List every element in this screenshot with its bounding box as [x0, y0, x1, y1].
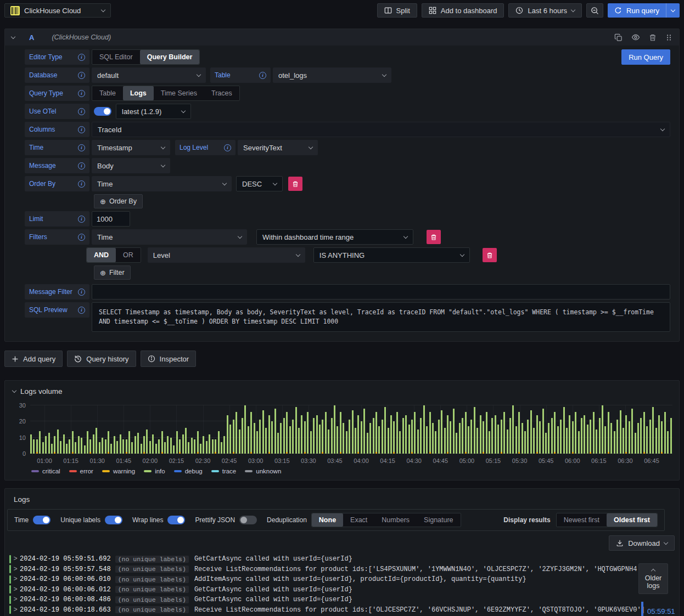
seg-option-numbers[interactable]: Numbers: [374, 513, 417, 527]
add-filter-button[interactable]: ⊕ Filter: [94, 265, 131, 280]
trash-icon[interactable]: [649, 33, 657, 42]
seg-option-exact[interactable]: Exact: [343, 513, 374, 527]
inspector-button[interactable]: Inspector: [141, 351, 196, 367]
run-query-button[interactable]: Run Query: [621, 49, 670, 65]
add-to-dashboard-button[interactable]: Add to dashboard: [422, 3, 504, 18]
expand-row-icon[interactable]: >: [11, 555, 20, 563]
info-icon[interactable]: i: [78, 90, 85, 97]
legend-item-trace[interactable]: trace: [211, 468, 237, 474]
time-toggle[interactable]: [33, 516, 51, 524]
filter-operator-select[interactable]: Within dashboard time range: [256, 229, 413, 245]
download-button[interactable]: Download: [609, 535, 675, 551]
volume-bar: [158, 439, 160, 454]
prettify-json-toggle[interactable]: [239, 516, 257, 524]
datasource-picker[interactable]: ClickHouse Cloud: [4, 3, 111, 18]
expand-row-icon[interactable]: >: [11, 586, 20, 594]
volume-bar: [84, 445, 86, 454]
otel-version-select[interactable]: latest (1.2.9): [116, 104, 191, 119]
log-row[interactable]: >2024-02-19 06:00:18.663(no unique label…: [9, 605, 675, 615]
seg-option-and[interactable]: AND: [87, 248, 116, 262]
info-icon[interactable]: i: [78, 54, 85, 61]
filter-field-select[interactable]: Time: [92, 229, 247, 245]
info-icon[interactable]: i: [78, 216, 85, 223]
info-icon[interactable]: i: [78, 108, 85, 115]
time-range-picker[interactable]: Last 6 hours: [508, 3, 582, 18]
remove-order-by-button[interactable]: [288, 177, 302, 191]
log-row[interactable]: >2024-02-19 05:59:57.548(no unique label…: [9, 564, 675, 575]
seg-option-or[interactable]: OR: [116, 248, 141, 262]
log-row[interactable]: >2024-02-19 06:00:06.012(no unique label…: [9, 585, 675, 595]
expand-row-icon[interactable]: >: [11, 606, 20, 614]
log-level-select[interactable]: SeverityText: [238, 140, 318, 155]
query-ref-id[interactable]: A: [29, 33, 34, 42]
legend-item-debug[interactable]: debug: [174, 468, 203, 474]
add-query-button[interactable]: Add query: [4, 351, 63, 367]
filters-label-text: Filters: [29, 233, 47, 241]
seg-option-query-builder[interactable]: Query Builder: [140, 50, 200, 64]
seg-option-none[interactable]: None: [312, 513, 343, 527]
drag-handle-icon[interactable]: [665, 33, 672, 42]
columns-multiselect[interactable]: TraceId: [92, 122, 670, 137]
run-query-icon: [614, 7, 622, 14]
run-query-options-caret[interactable]: [666, 3, 680, 18]
seg-option-sql-editor[interactable]: SQL Editor: [92, 50, 140, 64]
message-filter-row: Message Filter i: [25, 284, 675, 299]
use-otel-toggle[interactable]: [94, 107, 111, 116]
sub-filter-operator-select[interactable]: IS ANYTHING: [313, 247, 470, 263]
log-row[interactable]: >2024-02-19 05:59:51.692(no unique label…: [9, 554, 675, 564]
seg-option-table[interactable]: Table: [92, 86, 123, 100]
table-select[interactable]: otel_logs: [273, 67, 391, 83]
database-select[interactable]: default: [92, 67, 206, 83]
info-icon[interactable]: i: [224, 144, 231, 151]
sub-filter-field-select[interactable]: Level: [148, 247, 305, 263]
eye-icon[interactable]: [631, 33, 640, 42]
info-icon[interactable]: i: [78, 180, 85, 188]
copy-icon[interactable]: [614, 33, 623, 42]
older-logs-button[interactable]: Olderlogs: [638, 563, 668, 594]
seg-option-traces[interactable]: Traces: [204, 86, 239, 100]
collapse-chevron-icon[interactable]: [11, 34, 15, 38]
logs-volume-header[interactable]: Logs volume: [5, 381, 679, 398]
remove-filter-button[interactable]: [427, 230, 441, 244]
legend-item-unknown[interactable]: unknown: [245, 468, 281, 474]
info-icon[interactable]: i: [78, 72, 85, 79]
info-icon[interactable]: i: [259, 72, 266, 79]
run-query-split-button[interactable]: Run query: [608, 3, 680, 18]
seg-option-signature[interactable]: Signature: [417, 513, 461, 527]
info-icon[interactable]: i: [78, 234, 85, 241]
order-by-direction-select[interactable]: DESC: [236, 176, 283, 191]
legend-item-warning[interactable]: warning: [102, 468, 135, 474]
seg-option-time-series[interactable]: Time Series: [154, 86, 204, 100]
legend-item-error[interactable]: error: [69, 468, 93, 474]
unique-labels-toggle[interactable]: [105, 516, 122, 524]
legend-label: warning: [113, 468, 135, 474]
wrap-lines-toggle[interactable]: [167, 516, 185, 524]
info-icon[interactable]: i: [78, 162, 85, 169]
inspector-label: Inspector: [160, 355, 189, 363]
seg-option-newest-first[interactable]: Newest first: [557, 513, 607, 527]
seg-option-logs[interactable]: Logs: [123, 86, 154, 100]
log-row[interactable]: >2024-02-19 06:00:06.010(no unique label…: [9, 574, 675, 585]
legend-item-info[interactable]: info: [144, 468, 165, 474]
info-icon[interactable]: i: [78, 144, 85, 151]
older-logs-label: Olderlogs: [645, 574, 662, 590]
expand-row-icon[interactable]: >: [11, 575, 20, 583]
info-icon[interactable]: i: [78, 126, 85, 133]
expand-row-icon[interactable]: >: [11, 566, 20, 573]
legend-item-critical[interactable]: critical: [31, 468, 60, 474]
message-column-select[interactable]: Body: [92, 158, 170, 173]
split-button[interactable]: Split: [377, 3, 417, 18]
expand-row-icon[interactable]: >: [11, 596, 20, 603]
info-icon[interactable]: i: [78, 289, 85, 296]
seg-option-oldest-first[interactable]: Oldest first: [607, 513, 657, 527]
message-filter-input[interactable]: [92, 284, 670, 299]
log-row[interactable]: >2024-02-19 06:00:08.486(no unique label…: [9, 595, 675, 605]
query-history-button[interactable]: Query history: [67, 351, 136, 367]
add-order-by-button[interactable]: ⊕ Order By: [94, 194, 143, 208]
info-icon[interactable]: i: [78, 307, 85, 314]
remove-sub-filter-button[interactable]: [483, 248, 497, 262]
time-column-select[interactable]: Timestamp: [92, 140, 170, 155]
limit-input[interactable]: [92, 211, 130, 227]
order-by-field-select[interactable]: Time: [92, 176, 232, 191]
zoom-out-button[interactable]: [586, 3, 603, 18]
